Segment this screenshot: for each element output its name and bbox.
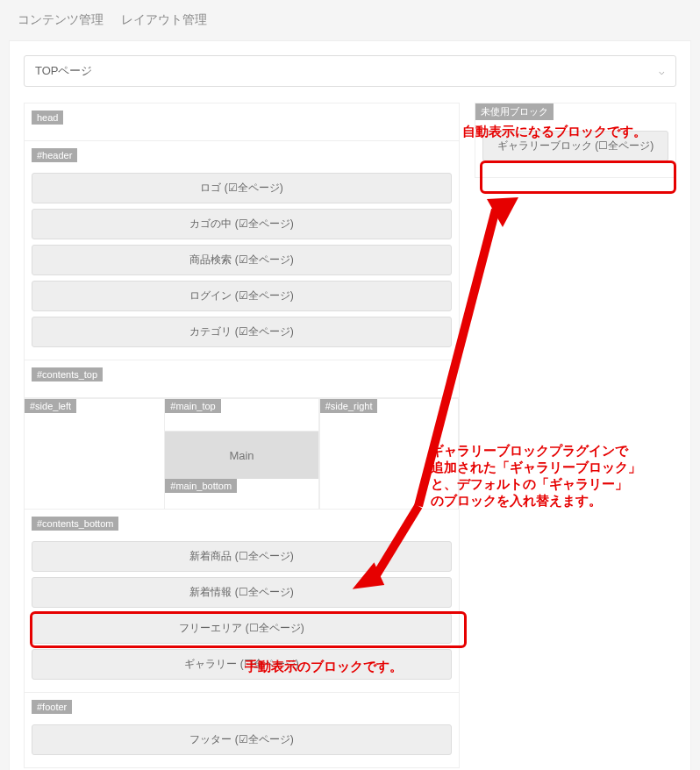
section-label-main-bottom: #main_bottom	[165, 479, 237, 493]
block-item[interactable]: 新着商品 (☐全ページ)	[32, 541, 452, 572]
block-item[interactable]: ギャラリー (☐全ページ)	[32, 649, 452, 680]
block-item[interactable]: ログイン (☑全ページ)	[32, 281, 452, 311]
section-contents-top[interactable]: #contents_top	[25, 360, 459, 397]
section-label-side-left: #side_left	[25, 399, 76, 413]
block-item[interactable]: 商品検索 (☑全ページ)	[32, 245, 452, 275]
section-side-left[interactable]: #side_left	[25, 398, 164, 509]
section-contents-bottom[interactable]: #contents_bottom 新着商品 (☐全ページ) 新着情報 (☐全ペー…	[25, 509, 459, 692]
main-card: TOPページ ⌵ head #header ロゴ (☑全ページ) カゴの中 (☑…	[9, 40, 691, 770]
block-item[interactable]: ロゴ (☑全ページ)	[32, 173, 452, 203]
block-item[interactable]: フッター (☑全ページ)	[32, 724, 452, 755]
section-label-main-top: #main_top	[165, 399, 220, 413]
section-label-contents-top: #contents_top	[32, 367, 103, 381]
section-label-header: #header	[32, 148, 77, 162]
section-label-head: head	[32, 111, 63, 125]
block-item[interactable]: 新着情報 (☐全ページ)	[32, 577, 452, 608]
unused-panel: 未使用ブロック ギャラリーブロック (☐全ページ)	[475, 103, 676, 178]
block-item[interactable]: カゴの中 (☑全ページ)	[32, 209, 452, 239]
block-item[interactable]: フリーエリア (☐全ページ)	[32, 613, 452, 644]
chevron-down-icon: ⌵	[659, 66, 665, 77]
block-item[interactable]: カテゴリ (☑全ページ)	[32, 317, 452, 347]
section-head[interactable]: head	[25, 103, 459, 140]
section-label-contents-bottom: #contents_bottom	[32, 517, 118, 531]
layout-panel: head #header ロゴ (☑全ページ) カゴの中 (☑全ページ) 商品検…	[24, 103, 460, 768]
section-main-top[interactable]: #main_top	[165, 399, 318, 431]
section-footer[interactable]: #footer フッター (☑全ページ)	[25, 692, 459, 767]
main-area[interactable]: Main	[165, 431, 318, 479]
page-select-value: TOPページ	[35, 63, 93, 79]
nav-content-mgmt[interactable]: コンテンツ管理	[18, 12, 104, 26]
section-side-right[interactable]: #side_right	[319, 398, 459, 509]
section-label-unused: 未使用ブロック	[475, 103, 554, 120]
section-main-bottom[interactable]: #main_bottom	[165, 479, 318, 509]
nav-layout-mgmt[interactable]: レイアウト管理	[121, 12, 207, 26]
page-select[interactable]: TOPページ ⌵	[24, 55, 676, 87]
top-nav: コンテンツ管理 レイアウト管理	[0, 0, 700, 40]
section-label-footer: #footer	[32, 700, 72, 714]
main-label: Main	[229, 449, 254, 462]
center-column: #main_top Main #main_bottom	[164, 398, 318, 509]
section-label-side-right: #side_right	[320, 399, 378, 413]
section-header[interactable]: #header ロゴ (☑全ページ) カゴの中 (☑全ページ) 商品検索 (☑全…	[25, 140, 459, 360]
block-item[interactable]: ギャラリーブロック (☐全ページ)	[482, 131, 668, 161]
